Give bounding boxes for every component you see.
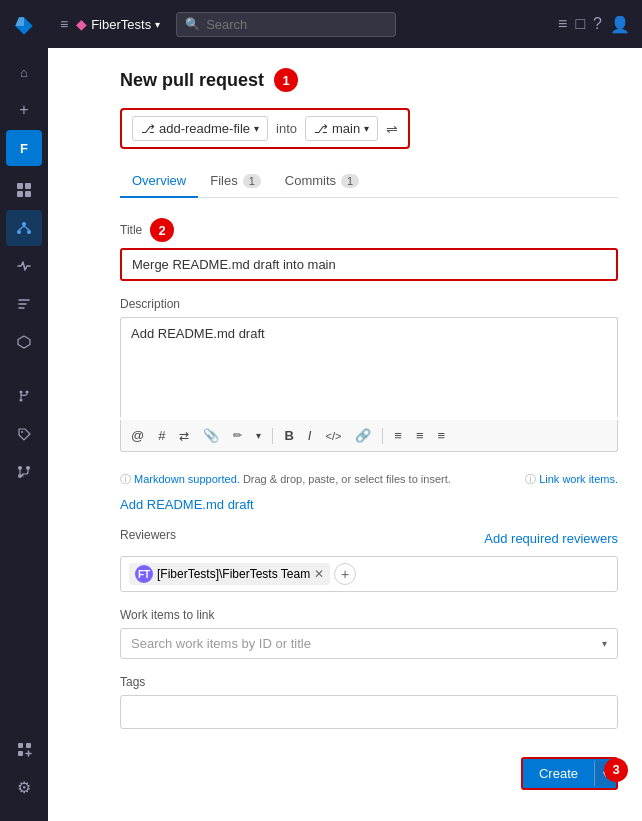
md-emoji-button[interactable]: ✏ (227, 426, 248, 445)
sidebar-top: ⌂ + F (6, 8, 42, 731)
md-info-right: ⓘ Link work items. (525, 472, 618, 487)
app-logo[interactable] (6, 8, 42, 44)
description-wrapper: Add README.md draft @ # ⇄ 📎 ✏ ▾ B I </> … (120, 317, 618, 452)
md-italic-button[interactable]: I (302, 425, 318, 446)
tags-input[interactable] (120, 695, 618, 729)
md-attach-button[interactable]: 📎 (197, 425, 225, 446)
work-items-search[interactable]: Search work items by ID or title ▾ (120, 628, 618, 659)
sidebar-item-repos[interactable] (6, 210, 42, 246)
title-input[interactable] (120, 248, 618, 281)
svg-rect-16 (18, 743, 23, 748)
md-ol-button[interactable]: ≡ (432, 425, 452, 446)
sidebar-item-pullrequests[interactable] (6, 454, 42, 490)
sidebar-item-home[interactable]: ⌂ (6, 54, 42, 90)
reviewer-add-button[interactable]: + (334, 563, 356, 585)
topbar-help-icon[interactable]: ? (593, 15, 602, 33)
reviewer-avatar: FT (135, 565, 153, 583)
topbar-brand[interactable]: ◆ FiberTests ▾ (76, 16, 160, 32)
topbar-list-icon[interactable]: ≡ (558, 15, 567, 33)
sidebar-item-extensions[interactable] (6, 731, 42, 767)
tab-files-label: Files (210, 173, 237, 188)
md-ul-button[interactable]: ≡ (410, 425, 430, 446)
svg-rect-0 (17, 183, 23, 189)
source-branch-caret: ▾ (254, 123, 259, 134)
tab-overview[interactable]: Overview (120, 165, 198, 198)
svg-point-5 (17, 230, 21, 234)
brand-diamond-icon: ◆ (76, 16, 87, 32)
svg-point-4 (22, 222, 26, 226)
pr-link[interactable]: Add README.md draft (120, 497, 618, 512)
create-label: Create (539, 766, 578, 781)
reviewer-name: [FiberTests]\FiberTests Team (157, 567, 310, 581)
sidebar-item-pipelines[interactable] (6, 248, 42, 284)
sidebar-item-tags[interactable] (6, 416, 42, 452)
md-align-button[interactable]: ≡ (388, 425, 408, 446)
link-work-items-link[interactable]: Link work items. (539, 473, 618, 485)
tabs-bar: Overview Files 1 Commits 1 (120, 165, 618, 198)
swap-branches-icon[interactable]: ⇌ (386, 121, 398, 137)
sidebar-item-branch[interactable] (6, 378, 42, 414)
reviewer-remove-icon[interactable]: ✕ (314, 567, 324, 581)
title-label-row: Title 2 (120, 218, 618, 242)
sidebar-item-avatar[interactable]: F (6, 130, 42, 166)
tab-commits-label: Commits (285, 173, 336, 188)
topbar-search[interactable]: 🔍 (176, 12, 396, 37)
source-branch-icon: ⎇ (141, 122, 155, 136)
tab-files[interactable]: Files 1 (198, 165, 273, 198)
title-section: Title 2 (120, 218, 618, 281)
create-button[interactable]: Create ▾ (521, 757, 618, 790)
description-label: Description (120, 297, 180, 311)
step-badge-3: 3 (604, 758, 628, 782)
md-link-button[interactable]: 🔗 (349, 425, 377, 446)
step-badge-3-wrapper: Create (523, 759, 594, 788)
topbar-notifications-icon[interactable]: □ (575, 15, 585, 33)
svg-point-14 (26, 466, 30, 470)
sidebar-bottom: ⚙ (6, 731, 42, 813)
page-title: New pull request (120, 70, 264, 91)
topbar: ≡ ◆ FiberTests ▾ 🔍 ≡ □ ? 👤 (48, 0, 642, 48)
sidebar-item-boards[interactable] (6, 172, 42, 208)
target-branch-selector[interactable]: ⎇ main ▾ (305, 116, 378, 141)
description-label-row: Description (120, 297, 618, 311)
page-title-row: New pull request 1 (120, 68, 618, 92)
sidebar-item-add[interactable]: + (6, 92, 42, 128)
sidebar-item-settings[interactable]: ⚙ (6, 769, 42, 805)
sidebar: ⌂ + F ⚙ (0, 0, 48, 821)
md-hash-button[interactable]: # (152, 425, 171, 446)
title-label: Title (120, 223, 142, 237)
md-supported-link[interactable]: Markdown supported. (134, 473, 240, 485)
target-branch-name: main (332, 121, 360, 136)
work-items-section: Work items to link Search work items by … (120, 608, 618, 659)
svg-rect-18 (18, 751, 23, 756)
tab-commits[interactable]: Commits 1 (273, 165, 371, 198)
description-textarea[interactable]: Add README.md draft (120, 317, 618, 417)
source-branch-selector[interactable]: ⎇ add-readme-file ▾ (132, 116, 268, 141)
sidebar-item-artifacts[interactable] (6, 324, 42, 360)
brand-caret-icon: ▾ (155, 19, 160, 30)
main-content: New pull request 1 ⎇ add-readme-file ▾ i… (96, 48, 642, 821)
sidebar-item-testplans[interactable] (6, 286, 42, 322)
target-branch-caret: ▾ (364, 123, 369, 134)
md-emoji-caret[interactable]: ▾ (250, 427, 267, 444)
md-separator-1 (272, 428, 273, 444)
create-bar: Create ▾ 3 (120, 745, 618, 794)
add-required-reviewers-link[interactable]: Add required reviewers (484, 531, 618, 546)
work-items-placeholder: Search work items by ID or title (131, 636, 311, 651)
md-code-button[interactable]: </> (319, 427, 347, 445)
tab-commits-count: 1 (341, 174, 359, 188)
search-icon: 🔍 (185, 17, 200, 31)
svg-line-8 (24, 226, 29, 230)
svg-point-9 (20, 391, 23, 394)
svg-rect-1 (25, 183, 31, 189)
svg-point-10 (20, 399, 23, 402)
into-label: into (276, 121, 297, 136)
md-bold-button[interactable]: B (278, 425, 299, 446)
md-at-button[interactable]: @ (125, 425, 150, 446)
topbar-user-icon[interactable]: 👤 (610, 15, 630, 34)
md-ref-button[interactable]: ⇄ (173, 426, 195, 446)
search-input[interactable] (206, 17, 387, 32)
svg-point-13 (18, 466, 22, 470)
topbar-menu-icon[interactable]: ≡ (60, 16, 68, 32)
tab-overview-label: Overview (132, 173, 186, 188)
svg-point-6 (27, 230, 31, 234)
